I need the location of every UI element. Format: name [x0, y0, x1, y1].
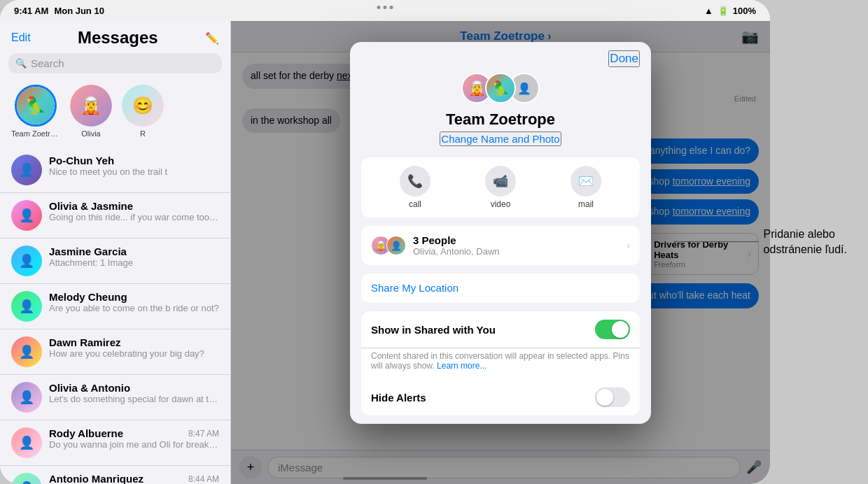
group-av-2: 🦜 — [485, 73, 516, 104]
top-dots — [377, 6, 393, 9]
hide-alerts-label: Hide Alerts — [371, 392, 595, 404]
share-location-section: Share My Location — [361, 273, 640, 303]
edit-button[interactable]: Edit — [11, 31, 31, 44]
conv-item-rody-albuerne[interactable]: 👤 Rody Albuerne 8:47 AM Do you wanna joi… — [0, 420, 230, 466]
conv-preview-dawn-ramirez: How are you celebrating your big day? — [49, 348, 219, 359]
mail-action-button[interactable]: ✉️ mail — [543, 166, 629, 209]
conv-item-po-chun[interactable]: 👤 Po-Chun Yeh Nice to meet you on the tr… — [0, 148, 230, 193]
call-label: call — [409, 199, 421, 209]
people-section: 🧝 👤 3 People Olivia, Antonio, Dawn › — [361, 226, 640, 265]
conv-preview-jasmine-garcia: Attachment: 1 Image — [49, 257, 219, 268]
conv-avatar-antonio-manriquez: 👤 — [11, 473, 42, 484]
conv-content-rody-albuerne: Rody Albuerne 8:47 AM Do you wanna join … — [49, 427, 219, 450]
conv-item-dawn-ramirez[interactable]: 👤 Dawn Ramirez How are you celebrating y… — [0, 329, 230, 375]
conv-preview-olivia-antonio: Let's do something special for dawn at t… — [49, 394, 219, 404]
people-chevron-icon: › — [626, 240, 630, 251]
share-location-label: Share My Location — [371, 282, 458, 294]
modal-header: Done — [350, 42, 651, 67]
call-action-button[interactable]: 📞 call — [372, 166, 458, 209]
call-icon: 📞 — [407, 173, 423, 189]
call-icon-circle: 📞 — [400, 166, 430, 197]
annotation-area: Pridanie aleboodstránenie ľudí. — [674, 227, 847, 258]
conv-name-antonio-manriquez: Antonio Manriquez — [49, 473, 144, 484]
show-in-shared-description: Content shared in this conversation will… — [361, 348, 640, 379]
learn-more-link[interactable]: Learn more... — [437, 361, 486, 371]
conv-name-dawn-ramirez: Dawn Ramirez — [49, 336, 121, 348]
pinned-row: 🦜 Team Zoetrope 🧝 Olivia 😊 R — [0, 80, 230, 148]
conv-avatar-po-chun: 👤 — [11, 155, 42, 185]
people-row-content: 3 People Olivia, Antonio, Dawn — [413, 234, 626, 257]
pinned-label-olivia: Olivia — [81, 129, 101, 138]
conv-avatar-olivia-jasmine: 👤 — [11, 200, 42, 231]
video-icon: 📹 — [493, 173, 508, 189]
mail-icon-circle: ✉️ — [570, 166, 601, 197]
olivia-avatar-img: 🧝 — [70, 85, 112, 127]
wifi-icon: ▲ — [704, 6, 713, 16]
conv-name-olivia-antonio: Olivia & Antonio — [49, 382, 130, 394]
conv-item-jasmine-garcia[interactable]: 👤 Jasmine Garcia Attachment: 1 Image — [0, 239, 230, 284]
battery-icon: 🔋 — [718, 6, 729, 16]
conv-preview-rody-albuerne: Do you wanna join me and Oli for breakfa… — [49, 439, 219, 450]
conv-content-antonio-manriquez: Antonio Manriquez 8:44 AM — [49, 473, 219, 484]
change-name-button[interactable]: Change Name and Photo — [440, 131, 561, 146]
status-bar-right: ▲ 🔋 100% — [704, 6, 756, 16]
sidebar: Edit Messages ✏️ 🔍 Search 🦜 Team Zoetrop… — [0, 21, 231, 484]
search-bar[interactable]: 🔍 Search — [8, 53, 222, 73]
pinned-avatar-r: 😊 — [122, 85, 164, 127]
conv-item-antonio-manriquez[interactable]: 👤 Antonio Manriquez 8:44 AM — [0, 466, 230, 484]
conv-item-melody-cheung[interactable]: 👤 Melody Cheung Are you able to come on … — [0, 284, 230, 329]
pinned-item-olivia[interactable]: 🧝 Olivia — [70, 85, 112, 138]
status-date: Mon Jun 10 — [54, 6, 104, 16]
sidebar-header: Edit Messages ✏️ — [0, 21, 230, 53]
modal-group-name: Team Zoetrope — [446, 111, 555, 129]
status-bar: 9:41 AM Mon Jun 10 ▲ 🔋 100% — [0, 0, 770, 21]
compose-button[interactable]: ✏️ — [205, 31, 219, 45]
share-location-row[interactable]: Share My Location — [361, 273, 640, 303]
conv-avatar-dawn-ramirez: 👤 — [11, 336, 42, 367]
conv-time-rody-albuerne: 8:47 AM — [188, 429, 219, 439]
people-row[interactable]: 🧝 👤 3 People Olivia, Antonio, Dawn › — [361, 226, 640, 265]
conv-item-olivia-antonio[interactable]: 👤 Olivia & Antonio Let's do something sp… — [0, 375, 230, 420]
show-in-shared-section: Show in Shared with You Content shared i… — [361, 311, 640, 415]
annotation-text: Pridanie aleboodstránenie ľudí. — [764, 227, 847, 258]
status-bar-left: 9:41 AM Mon Jun 10 — [14, 6, 104, 16]
conv-avatar-olivia-antonio: 👤 — [11, 382, 42, 413]
conv-name-jasmine-garcia: Jasmine Garcia — [49, 245, 127, 257]
group-info-modal: Done 🧝 🦜 👤 Team Zoetrope Change Name and… — [350, 42, 651, 424]
conv-time-antonio-manriquez: 8:44 AM — [188, 474, 219, 484]
mail-icon: ✉️ — [578, 173, 594, 189]
main-area: Edit Messages ✏️ 🔍 Search 🦜 Team Zoetrop… — [0, 21, 770, 484]
modal-actions: 📞 call 📹 video ✉️ — [361, 157, 640, 218]
conv-name-melody-cheung: Melody Cheung — [49, 291, 127, 303]
pinned-item-team-zoetrope[interactable]: 🦜 Team Zoetrope — [11, 85, 60, 138]
video-icon-circle: 📹 — [485, 166, 516, 197]
sidebar-header-buttons: ✏️ — [205, 31, 219, 45]
conv-preview-olivia-jasmine: Going on this ride... if you war come to… — [49, 212, 219, 222]
pinned-avatar-team-zoetrope: 🦜 — [15, 85, 57, 127]
hide-alerts-content: Hide Alerts — [371, 392, 595, 404]
conv-content-dawn-ramirez: Dawn Ramirez How are you celebrating you… — [49, 336, 219, 359]
show-in-shared-toggle[interactable] — [595, 320, 630, 339]
people-names: Olivia, Antonio, Dawn — [413, 246, 626, 257]
conv-preview-po-chun: Nice to meet you on the trail t — [49, 166, 219, 177]
modal-group-info: 🧝 🦜 👤 Team Zoetrope Change Name and Phot… — [350, 67, 651, 157]
conv-content-olivia-jasmine: Olivia & Jasmine Going on this ride... i… — [49, 200, 219, 222]
video-action-button[interactable]: 📹 video — [458, 166, 543, 209]
search-icon: 🔍 — [15, 58, 27, 69]
battery-percent: 100% — [733, 6, 756, 16]
hide-alerts-toggle[interactable] — [595, 387, 630, 407]
show-in-shared-label: Show in Shared with You — [371, 324, 595, 336]
toggle-thumb-off — [596, 389, 613, 406]
r-avatar-img: 😊 — [122, 85, 164, 127]
pinned-label-team-zoetrope: Team Zoetrope — [11, 129, 60, 138]
show-in-shared-row: Show in Shared with You — [361, 311, 640, 348]
conv-content-olivia-antonio: Olivia & Antonio Let's do something spec… — [49, 382, 219, 404]
group-avatars: 🧝 🦜 👤 — [461, 73, 540, 104]
conv-content-melody-cheung: Melody Cheung Are you able to come on th… — [49, 291, 219, 313]
conv-name-po-chun: Po-Chun Yeh — [49, 155, 114, 166]
conv-item-olivia-jasmine[interactable]: 👤 Olivia & Jasmine Going on this ride...… — [0, 193, 230, 239]
modal-done-button[interactable]: Done — [608, 50, 640, 67]
search-placeholder: Search — [31, 57, 64, 69]
pinned-item-r[interactable]: 😊 R — [122, 85, 164, 138]
pinned-label-r: R — [140, 129, 146, 138]
